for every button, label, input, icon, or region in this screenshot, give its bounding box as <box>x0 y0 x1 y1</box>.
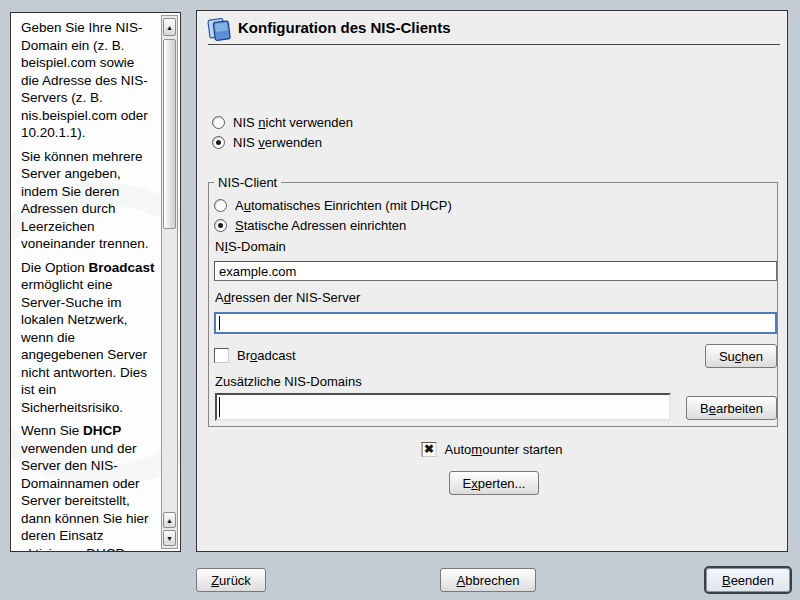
radio-label: NIS nicht verwenden <box>233 115 353 130</box>
radio-button[interactable] <box>212 116 225 129</box>
extra-domains-label: Zusätzliche NIS-Domains <box>215 374 362 389</box>
radio-button[interactable] <box>214 199 227 212</box>
help-scrollbar[interactable]: ▲ ▲ ▼ <box>161 15 178 549</box>
input-value: example.com <box>219 264 296 279</box>
back-button[interactable]: Zurück <box>196 568 266 592</box>
scrollbar-thumb[interactable] <box>163 39 176 229</box>
radio-row-nis-on[interactable]: NIS verwenden <box>212 134 322 150</box>
help-text: Geben Sie Ihre NIS-Domain ein (z. B. bei… <box>21 19 155 551</box>
radio-label: Automatisches Einrichten (mit DHCP) <box>235 198 452 213</box>
expert-button[interactable]: Experten... <box>449 471 539 495</box>
groupbox-title: NIS-Client <box>214 175 281 190</box>
check-mark-icon: ✖ <box>424 443 434 455</box>
edit-button[interactable]: Bearbeiten <box>686 396 777 420</box>
scroll-up-icon[interactable]: ▲ <box>163 512 176 528</box>
radio-row-dhcp[interactable]: Automatisches Einrichten (mit DHCP) <box>214 197 452 213</box>
help-paragraph: Die Option Broadcast ermöglicht eine Ser… <box>21 259 155 417</box>
automounter-checkbox-row[interactable]: ✖ Automounter starten <box>422 441 563 457</box>
broadcast-checkbox[interactable]: ✖ <box>214 348 229 363</box>
page-title: Konfiguration des NIS-Clients <box>238 19 451 36</box>
radio-row-nis-off[interactable]: NIS nicht verwenden <box>212 114 353 130</box>
extra-domains-box[interactable] <box>215 393 671 421</box>
nis-client-groupbox: NIS-Client Automatisches Einrichten (mit… <box>208 182 778 427</box>
abort-button[interactable]: Abbrechen <box>440 568 536 592</box>
text-cursor <box>219 316 220 330</box>
nis-domain-label: NIS-Domain <box>215 239 286 254</box>
automounter-checkbox[interactable]: ✖ <box>422 442 437 457</box>
radio-label: NIS verwenden <box>233 135 322 150</box>
radio-button[interactable] <box>212 136 225 149</box>
search-button[interactable]: Suchen <box>705 344 777 368</box>
broadcast-checkbox-row[interactable]: ✖ Broadcast <box>214 347 296 363</box>
text-cursor <box>219 397 220 417</box>
checkbox-label: Automounter starten <box>445 442 563 457</box>
nis-servers-input[interactable] <box>214 312 777 334</box>
radio-row-static[interactable]: Statische Adressen einrichten <box>214 217 406 233</box>
help-paragraph: Sie können mehrere Server angeben, indem… <box>21 148 155 253</box>
scroll-up-icon[interactable]: ▲ <box>163 18 176 36</box>
radio-button[interactable] <box>214 219 227 232</box>
nis-domain-input[interactable]: example.com <box>214 261 777 281</box>
finish-button[interactable]: Beenden <box>706 568 790 592</box>
radio-label: Statische Adressen einrichten <box>235 218 406 233</box>
help-paragraph: Wenn Sie DHCP verwenden und der Server d… <box>21 422 155 551</box>
nis-client-icon <box>206 16 232 42</box>
yast-nis-client-window: { "window": { "title": "Konfiguration de… <box>0 0 800 600</box>
nis-servers-label: Adressen der NIS-Server <box>215 290 360 305</box>
checkbox-label: Broadcast <box>237 348 296 363</box>
scroll-down-icon[interactable]: ▼ <box>163 530 176 546</box>
help-paragraph: Geben Sie Ihre NIS-Domain ein (z. B. bei… <box>21 19 155 142</box>
help-panel: Geben Sie Ihre NIS-Domain ein (z. B. bei… <box>10 12 181 552</box>
main-panel: Konfiguration des NIS-Clients NIS nicht … <box>196 10 788 552</box>
title-separator <box>208 44 780 45</box>
